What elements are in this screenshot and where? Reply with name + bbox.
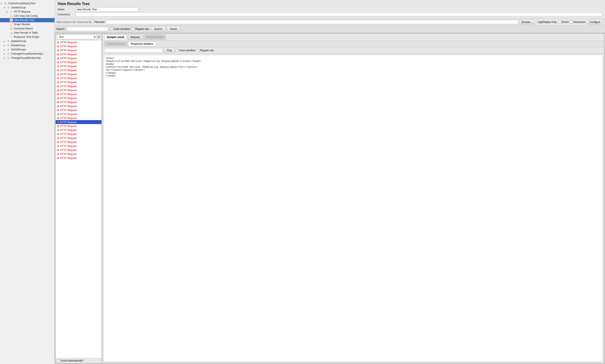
error-icon: ⊗ (57, 141, 59, 143)
sidebar-item-create-group[interactable]: ▾⚙CreateGroup (0, 5, 54, 10)
reset-button[interactable]: Reset (167, 26, 180, 31)
result-item[interactable]: ⊗HTTP Request (56, 148, 101, 152)
result-item[interactable]: ⊗HTTP Request (56, 112, 101, 116)
error-icon: ⊗ (57, 49, 59, 52)
result-item[interactable]: ⊗HTTP Request (56, 44, 101, 48)
error-icon: ⊗ (57, 92, 59, 96)
result-item[interactable]: ⊗HTTP Request (56, 72, 101, 76)
result-item[interactable]: ⊗HTTP Request (56, 124, 101, 128)
tab-response-data[interactable]: Response data (144, 35, 166, 40)
display-type-dropdown[interactable]: Text (57, 35, 97, 39)
result-item[interactable]: ⊗HTTP Request (56, 156, 101, 160)
result-item[interactable]: ⊗HTTP Request (56, 116, 101, 120)
sidebar-item-summary-report[interactable]: 📋Summary Report (0, 26, 54, 31)
result-item[interactable]: ⊗HTTP Request (56, 96, 101, 100)
error-icon: ⊗ (57, 97, 59, 100)
result-item[interactable]: ⊗HTTP Request (56, 80, 101, 84)
sidebar-item-graph-results[interactable]: 📈Graph Results (0, 22, 54, 26)
result-item[interactable]: ⊗HTTP Request (56, 100, 101, 104)
find-case-sensitive-label[interactable]: Case sensitive (176, 49, 195, 52)
regular-exp-text: Regular exp. (135, 27, 149, 30)
error-icon: ⊗ (57, 53, 59, 56)
sidebar-item-response-time-graph[interactable]: 📉Response Time Graph (0, 35, 54, 39)
configure-button[interactable]: Configure (587, 20, 603, 24)
result-item-label: HTTP Request (60, 129, 77, 132)
scroll-auto-label: Scroll automatically? (60, 359, 84, 362)
result-item[interactable]: ⊗HTTP Request (56, 108, 101, 112)
sidebar-item-label: CSV Data Set Config (14, 14, 38, 17)
find-regular-exp-checkbox[interactable] (197, 49, 199, 52)
search-button[interactable]: Search (151, 26, 165, 31)
errors-checkbox-label[interactable]: Errors (558, 21, 569, 24)
result-item[interactable]: ⊗HTTP Request (56, 68, 101, 72)
result-item[interactable]: ⊗HTTP Request (56, 144, 101, 148)
sidebar-item-custos-root[interactable]: ▸🔧CustosGroupDeployTest (0, 1, 54, 5)
result-item[interactable]: ⊗HTTP Request (56, 40, 101, 44)
sidebar-item-label: ChangeGroupMembership (11, 56, 40, 59)
successes-checkbox[interactable] (570, 21, 573, 24)
result-item[interactable]: ⊗HTTP Request (56, 152, 101, 156)
find-case-sensitive-checkbox[interactable] (176, 49, 178, 52)
find-input[interactable] (104, 48, 163, 52)
errors-checkbox[interactable] (558, 21, 561, 24)
result-item-label: HTTP Request (60, 53, 77, 56)
sub-tab-response-headers[interactable]: Response headers (128, 41, 156, 46)
comments-input[interactable] (76, 12, 602, 17)
result-item[interactable]: ⊗HTTP Request (56, 140, 101, 144)
result-item[interactable]: ⊗HTTP Request (56, 120, 101, 124)
sidebar-item-delete-group[interactable]: ▸⚙DeleteGroup (0, 43, 54, 47)
search-input[interactable] (67, 27, 109, 31)
title-bar: View Results Tree Name: Comments: (55, 0, 605, 19)
sidebar: ▸🔧CustosGroupDeployTest▾⚙CreateGroup▸✏HT… (0, 0, 55, 364)
result-item[interactable]: ⊗HTTP Request (56, 52, 101, 56)
result-item[interactable]: ⊗HTTP Request (56, 64, 101, 68)
regular-exp-label[interactable]: Regular exp. (132, 27, 149, 30)
sidebar-item-csv-data-set[interactable]: ✂CSV Data Set Config (0, 14, 54, 18)
group-icon: ⚙ (7, 52, 10, 55)
result-item[interactable]: ⊗HTTP Request (56, 84, 101, 88)
group-icon: ⚙ (7, 6, 10, 9)
tab-sampler-result[interactable]: Sampler result (104, 35, 127, 40)
result-item-label: HTTP Request (60, 121, 77, 124)
result-item[interactable]: ⊗HTTP Request (56, 132, 101, 136)
result-item[interactable]: ⊗HTTP Request (56, 60, 101, 64)
regular-exp-checkbox[interactable] (132, 28, 134, 30)
successes-checkbox-label[interactable]: Successes (570, 21, 585, 24)
find-button[interactable]: Find (164, 48, 174, 53)
sidebar-item-change-group-memberships[interactable]: ▸⚙ChanageGroupMemberships (0, 52, 54, 56)
sidebar-item-view-results-tree[interactable]: 📊View Results Tree (0, 18, 54, 22)
sidebar-item-get-all-groups[interactable]: ▸⚙GetAllGroups (0, 47, 54, 52)
sidebar-item-change-group-membership[interactable]: ▸⚙ChangeGroupMembership (0, 56, 54, 60)
sidebar-item-view-results-table[interactable]: 📊View Results in Table (0, 31, 54, 35)
result-item[interactable]: ⊗HTTP Request (56, 104, 101, 108)
result-item-label: HTTP Request (60, 81, 77, 84)
file-section-title: Write results to file / Read from file (56, 21, 92, 23)
find-regular-exp-label[interactable]: Regular exp. (197, 49, 214, 52)
sub-tab-response-body[interactable]: Response Body (104, 41, 127, 46)
sidebar-item-http-request[interactable]: ▸✏HTTP Request (0, 10, 54, 14)
result-item[interactable]: ⊗HTTP Request (56, 76, 101, 80)
filename-input[interactable] (106, 20, 518, 24)
result-item-label: HTTP Request (60, 149, 77, 152)
tab-request[interactable]: Request (128, 35, 143, 40)
result-item[interactable]: ⊗HTTP Request (56, 48, 101, 52)
result-item[interactable]: ⊗HTTP Request (56, 88, 101, 92)
error-icon: ⊗ (57, 148, 59, 152)
result-item[interactable]: ⊗HTTP Request (56, 92, 101, 96)
sidebar-item-update-group[interactable]: ▸⚙UpdateGroup (0, 39, 54, 43)
case-sensitive-label[interactable]: Case sensitive (110, 27, 130, 30)
scroll-auto-checkbox[interactable] (57, 359, 60, 362)
case-sensitive-checkbox[interactable] (110, 28, 113, 30)
result-item[interactable]: ⊗HTTP Request (56, 128, 101, 132)
browse-button[interactable]: Browse... (519, 20, 534, 24)
result-item-label: HTTP Request (60, 101, 77, 104)
table-icon: 📊 (10, 31, 13, 34)
result-item[interactable]: ⊗HTTP Request (56, 136, 101, 140)
error-icon: ⊗ (57, 73, 59, 76)
graph-icon: 📈 (10, 23, 13, 26)
name-input[interactable] (76, 7, 139, 12)
result-item[interactable]: ⊗HTTP Request (56, 56, 101, 60)
results-list[interactable]: ⊗HTTP Request⊗HTTP Request⊗HTTP Request⊗… (56, 40, 101, 358)
result-item-label: HTTP Request (60, 93, 77, 96)
result-item-label: HTTP Request (60, 45, 77, 48)
